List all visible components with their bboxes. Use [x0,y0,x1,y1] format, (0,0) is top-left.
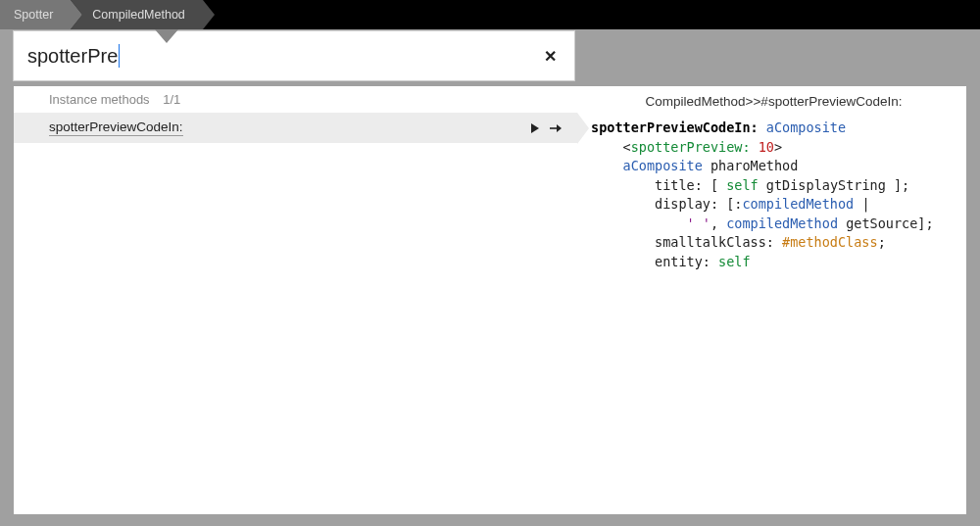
result-name: spotterPreviewCodeIn: [49,120,183,136]
svg-marker-0 [531,123,539,133]
breadcrumb-compiledmethod[interactable]: CompiledMethod [71,0,203,29]
breadcrumb-spotter[interactable]: Spotter [0,0,71,29]
section-title: Instance methods [49,92,150,107]
preview-title: CompiledMethod>>#spotterPreviewCodeIn: [591,90,956,119]
text-caret-icon [119,44,120,68]
section-count: 1/1 [163,92,180,107]
play-icon[interactable] [530,123,540,133]
search-panel: spotterPre ✕ [14,31,574,80]
clear-search-button[interactable]: ✕ [540,43,561,70]
result-actions [530,123,567,133]
search-query-text: spotterPre [27,45,118,68]
result-row[interactable]: spotterPreviewCodeIn: [14,113,577,143]
dive-in-icon[interactable] [550,123,562,133]
search-input[interactable]: spotterPre [27,44,120,68]
code-preview: spotterPreviewCodeIn: aComposite <spotte… [591,119,956,272]
preview-pane: CompiledMethod>>#spotterPreviewCodeIn: s… [581,86,966,514]
breadcrumb-bar: Spotter CompiledMethod [0,0,980,29]
section-header: Instance methods 1/1 [14,86,577,113]
results-list: Instance methods 1/1 spotterPreviewCodeI… [14,86,577,514]
results-panel: Instance methods 1/1 spotterPreviewCodeI… [14,86,966,514]
svg-marker-2 [557,124,562,132]
breadcrumb-pointer-icon [155,29,178,43]
